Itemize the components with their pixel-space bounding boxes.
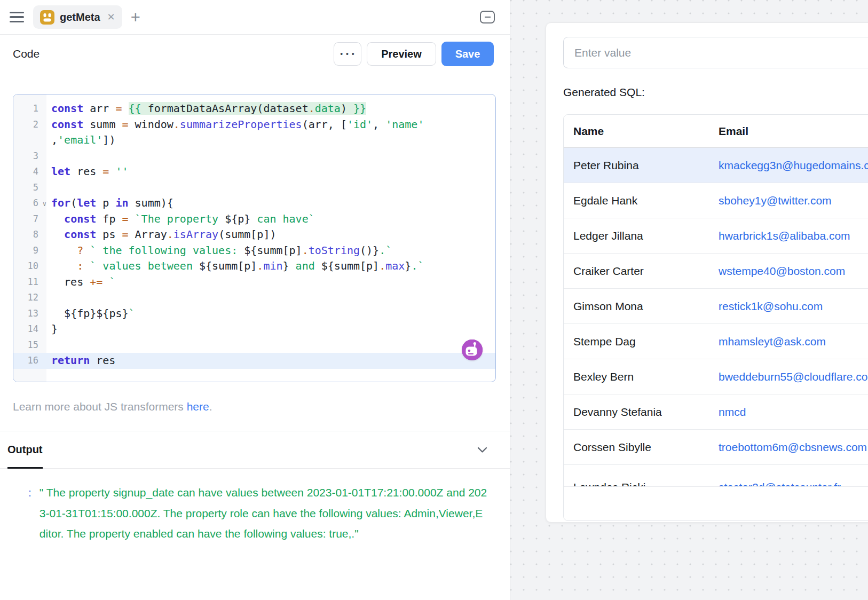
- fold-chevron-icon[interactable]: ∨: [43, 196, 46, 212]
- code-token: =: [122, 212, 128, 225]
- code-line[interactable]: ,'email']): [13, 132, 495, 148]
- save-button[interactable]: Save: [441, 42, 494, 66]
- code-token: ${summ[p]: [199, 259, 257, 272]
- code-token: ,: [373, 118, 385, 131]
- table-row[interactable]: Corssen Sibylletroebottom6m@cbsnews.com: [564, 430, 868, 465]
- learn-more-link[interactable]: here: [187, 400, 209, 413]
- tab-getmeta[interactable]: getMeta ✕: [33, 5, 122, 29]
- code-token: 'name': [385, 118, 424, 131]
- code-token: `: [109, 275, 115, 288]
- code-token: in: [115, 196, 128, 209]
- hamburger-menu-icon[interactable]: [10, 12, 24, 22]
- name-cell: Craiker Carter: [564, 265, 719, 278]
- code-token: .: [257, 259, 263, 272]
- code-line[interactable]: 4let res = '': [13, 164, 495, 180]
- preview-button[interactable]: Preview: [367, 42, 436, 66]
- tab-bar: getMeta ✕ +: [0, 0, 510, 35]
- value-input[interactable]: [563, 37, 868, 68]
- line-number: 16: [13, 353, 46, 369]
- table-row[interactable]: Peter Rubinakmackegg3n@hugedomains.com: [564, 148, 868, 183]
- code-token: [109, 165, 115, 178]
- code-line-content: const ps = Array.isArray(summ[p]): [46, 227, 277, 243]
- code-token: +=: [90, 275, 102, 288]
- code-line[interactable]: 3: [13, 148, 495, 164]
- code-token: res: [70, 165, 102, 178]
- email-link[interactable]: wstempe40@boston.com: [719, 265, 845, 278]
- code-token: .`: [411, 259, 424, 272]
- new-tab-button[interactable]: +: [131, 9, 140, 26]
- tab-close-icon[interactable]: ✕: [107, 11, 115, 23]
- email-link[interactable]: mhamsleyt@ask.com: [719, 335, 826, 348]
- output-body: : " The property signup_date can have va…: [0, 469, 510, 544]
- code-line[interactable]: 11 res += `: [13, 274, 495, 290]
- code-line[interactable]: 6∨for(let p in summ){: [13, 195, 495, 211]
- code-line[interactable]: 7 const fp = `The property ${p} can have…: [13, 211, 495, 227]
- code-token: ${summ[p]: [244, 244, 302, 257]
- more-options-button[interactable]: • • •: [334, 42, 361, 66]
- table-row[interactable]: Devanny Stefanianmcd: [564, 394, 868, 430]
- code-line[interactable]: 13 ${fp}${ps}`: [13, 306, 495, 322]
- email-link[interactable]: troebottom6m@cbsnews.com: [719, 441, 867, 454]
- code-line-content: const summ = window.summarizeProperties(…: [46, 117, 424, 133]
- code-line[interactable]: 14}: [13, 321, 495, 337]
- code-token: 'id': [347, 118, 373, 131]
- code-line-content: }: [46, 321, 58, 337]
- code-token: summarizeProperties: [180, 118, 302, 131]
- code-line[interactable]: 12: [13, 290, 495, 306]
- code-token: can have`: [250, 212, 314, 225]
- email-link[interactable]: stester2d@statcounter.fr: [719, 465, 841, 487]
- code-line-content: res += `: [46, 274, 115, 290]
- tab-output[interactable]: Output: [7, 431, 43, 468]
- code-token: const: [51, 102, 83, 115]
- code-token: ]): [102, 133, 115, 146]
- code-token: const: [51, 118, 83, 131]
- name-cell: Devanny Stefania: [564, 406, 719, 419]
- code-line[interactable]: 5: [13, 180, 495, 196]
- code-token: arr: [83, 102, 115, 115]
- code-line-content: ? ` the following values: ${summ[p].toSt…: [46, 243, 392, 259]
- code-token: [51, 212, 64, 225]
- code-line[interactable]: 2const summ = window.summarizeProperties…: [13, 117, 495, 133]
- code-editor[interactable]: 1const arr = {{ formatDataAsArray(datase…: [13, 94, 496, 382]
- chevron-down-icon[interactable]: [477, 447, 487, 453]
- code-line[interactable]: 8 const ps = Array.isArray(summ[p]): [13, 227, 495, 243]
- code-line[interactable]: 1const arr = {{ formatDataAsArray(datase…: [13, 101, 495, 117]
- code-line[interactable]: 16return res: [13, 353, 495, 369]
- collapse-panel-icon[interactable]: [480, 11, 495, 23]
- code-token: ): [341, 102, 353, 115]
- table-row[interactable]: Bexley Bernbweddeburn55@cloudflare.com: [564, 359, 868, 394]
- table-header: Name Email: [564, 115, 868, 148]
- code-token: p: [96, 196, 115, 209]
- table-row[interactable]: Lowndes Rickistester2d@statcounter.fr: [564, 465, 868, 487]
- code-line-content: let res = '': [46, 164, 129, 180]
- table-row[interactable]: Stempe Dagmhamsleyt@ask.com: [564, 324, 868, 359]
- code-token: window: [129, 118, 173, 131]
- ai-assistant-button[interactable]: [462, 340, 483, 360]
- code-token: `: [129, 307, 135, 320]
- email-link[interactable]: sbohey1y@twitter.com: [719, 194, 832, 207]
- code-token: fp: [96, 212, 122, 225]
- code-line[interactable]: 15: [13, 337, 495, 353]
- email-link[interactable]: bweddeburn55@cloudflare.com: [719, 370, 868, 383]
- code-token: }}: [353, 102, 366, 115]
- email-link[interactable]: kmackegg3n@hugedomains.com: [719, 159, 868, 172]
- code-token: }: [405, 259, 411, 272]
- table-row[interactable]: Gimson Monarestick1k@sohu.com: [564, 289, 868, 324]
- code-token: [83, 244, 90, 257]
- table-row[interactable]: Ledger Jillanahwarbrick1s@alibaba.com: [564, 218, 868, 254]
- code-token: }: [283, 259, 289, 272]
- code-line[interactable]: 9 ? ` the following values: ${summ[p].to…: [13, 243, 495, 259]
- code-token: ps: [96, 228, 122, 241]
- section-title-code: Code: [13, 48, 40, 60]
- name-cell: Corssen Sibylle: [564, 441, 719, 454]
- email-link[interactable]: restick1k@sohu.com: [719, 300, 823, 313]
- code-line[interactable]: 10 : ` values between ${summ[p].min} and…: [13, 258, 495, 274]
- email-link[interactable]: nmcd: [719, 406, 746, 419]
- table-row[interactable]: Craiker Carterwstempe40@boston.com: [564, 254, 868, 289]
- email-link[interactable]: hwarbrick1s@alibaba.com: [719, 230, 850, 242]
- code-line-content: [46, 148, 51, 164]
- table-row[interactable]: Egdale Hanksbohey1y@twitter.com: [564, 183, 868, 218]
- line-number: 4: [13, 164, 46, 180]
- code-token: .: [167, 228, 173, 241]
- code-token: const: [64, 228, 96, 241]
